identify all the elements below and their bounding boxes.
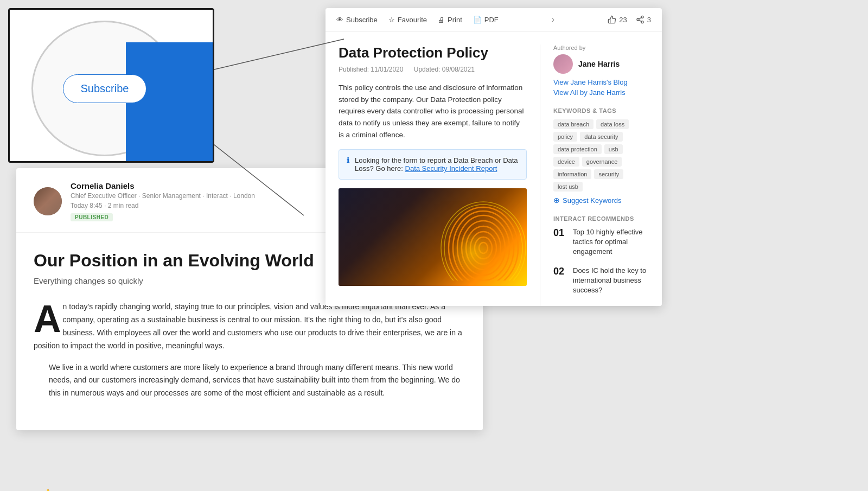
policy-main-content: Data Protection Policy Published: 11/01/… <box>339 44 540 306</box>
recommend-item[interactable]: 01 Top 10 highly effective tactics for o… <box>553 227 649 257</box>
author-name: Cornelia Daniels <box>71 181 356 190</box>
print-toolbar-label: Print <box>448 16 462 24</box>
policy-description: This policy controls the use and disclos… <box>339 82 527 141</box>
blog-body-first-para: A n today's rapidly changing world, stay… <box>16 301 483 352</box>
zoom-subscribe-button[interactable]: Subscribe <box>63 74 147 103</box>
author-sidebar-links: View Jane Harris's Blog View All by Jane… <box>553 78 649 97</box>
author-info: Cornelia Daniels Chief Executive Officer… <box>71 181 356 221</box>
tag-item[interactable]: information <box>553 169 591 179</box>
sidebar-icons: 👍 23 💬 15 3 <box>41 488 65 491</box>
pdf-icon: 📄 <box>473 16 482 24</box>
policy-image <box>339 188 527 286</box>
policy-title: Data Protection Policy <box>339 44 527 61</box>
like-icon: 👍 <box>41 488 53 491</box>
rec-text: Top 10 highly effective tactics for opti… <box>573 227 649 257</box>
policy-like-group[interactable]: 23 <box>608 15 627 24</box>
subscribe-toolbar-label: Subscribe <box>346 16 378 24</box>
recommend-item[interactable]: 02 Does IC hold the key to international… <box>553 266 649 296</box>
blue-rectangle <box>126 42 213 162</box>
tag-item[interactable]: governance <box>582 157 622 167</box>
suggest-label: Suggest Keywords <box>563 196 621 205</box>
rec-number: 01 <box>553 227 566 239</box>
tag-item[interactable]: usb <box>604 144 623 154</box>
updated-date: Updated: 09/08/2021 <box>414 66 475 73</box>
svg-point-8 <box>637 18 639 21</box>
published-badge: PUBLISHED <box>71 213 113 221</box>
rec-text: Does IC hold the key to international bu… <box>573 266 649 296</box>
info-box-text: Looking for the form to report a Data Br… <box>355 156 519 173</box>
tag-item[interactable]: data breach <box>553 119 593 129</box>
info-icon: ℹ <box>347 156 349 164</box>
subscribe-toolbar-item[interactable]: 👁 Subscribe <box>336 16 378 24</box>
pdf-toolbar-label: PDF <box>484 16 499 24</box>
view-blog-link[interactable]: View Jane Harris's Blog <box>553 78 649 86</box>
like-action[interactable]: 👍 23 <box>41 488 65 491</box>
pdf-toolbar-item[interactable]: 📄 PDF <box>473 16 499 24</box>
svg-point-9 <box>641 21 643 23</box>
fingerprint-overlay <box>339 188 527 286</box>
tag-item[interactable]: lost usb <box>553 182 583 192</box>
tag-item[interactable]: device <box>553 157 579 167</box>
policy-toolbar: 👁 Subscribe ☆ Favourite 🖨 Print 📄 PDF › … <box>326 8 662 31</box>
svg-point-7 <box>641 16 643 18</box>
author-sidebar-name: Jane Harris <box>578 60 620 68</box>
plus-circle-icon: ⊕ <box>553 196 560 205</box>
print-icon: 🖨 <box>438 16 445 24</box>
recommends-section: INTERACT RECOMMENDS 01 Top 10 highly eff… <box>553 215 649 295</box>
data-security-link[interactable]: Data Security Incident Report <box>405 164 497 173</box>
tag-item[interactable]: policy <box>553 132 577 142</box>
star-icon: ☆ <box>388 16 395 24</box>
print-toolbar-item[interactable]: 🖨 Print <box>438 16 462 24</box>
author-avatar <box>34 187 62 215</box>
policy-sidebar: Authored by Jane Harris View Jane Harris… <box>540 44 649 306</box>
policy-dates: Published: 11/01/2020 Updated: 09/08/202… <box>339 66 527 73</box>
favourite-toolbar-item[interactable]: ☆ Favourite <box>388 16 427 24</box>
authored-by-label: Authored by <box>553 44 649 51</box>
author-sidebar-info: Jane Harris <box>578 60 620 68</box>
author-meta: Chief Executive Officer · Senior Managem… <box>71 192 356 200</box>
view-all-link[interactable]: View All by Jane Harris <box>553 88 649 97</box>
authored-content: Jane Harris <box>553 54 649 74</box>
keywords-section: KEYWORDS & TAGS data breachdata losspoli… <box>553 107 649 205</box>
policy-card: 👁 Subscribe ☆ Favourite 🖨 Print 📄 PDF › … <box>326 8 662 306</box>
svg-line-11 <box>639 17 641 19</box>
policy-body: Data Protection Policy Published: 11/01/… <box>326 31 662 306</box>
author-sidebar-avatar <box>553 54 573 74</box>
published-date: Published: 11/01/2020 <box>339 66 403 73</box>
toolbar-right: 23 3 <box>608 15 651 24</box>
favourite-toolbar-label: Favourite <box>398 16 427 24</box>
recommends-container: 01 Top 10 highly effective tactics for o… <box>553 227 649 295</box>
svg-line-10 <box>639 20 641 22</box>
thumbsup-icon <box>608 15 616 24</box>
info-box: ℹ Looking for the form to report a Data … <box>339 149 527 180</box>
keywords-label: KEYWORDS & TAGS <box>553 107 649 114</box>
policy-share-group[interactable]: 3 <box>636 15 651 24</box>
policy-like-count: 23 <box>619 16 627 24</box>
tag-item[interactable]: data security <box>580 132 622 142</box>
toolbar-chevron-icon[interactable]: › <box>552 15 554 24</box>
authored-by-section: Authored by Jane Harris View Jane Harris… <box>553 44 649 97</box>
first-paragraph: n today's rapidly changing world, stayin… <box>34 302 462 349</box>
tag-item[interactable]: data protection <box>553 144 602 154</box>
tag-item[interactable]: security <box>594 169 623 179</box>
second-paragraph: We live in a world where customers are m… <box>16 361 483 400</box>
rec-number: 02 <box>553 266 566 277</box>
recommends-label: INTERACT RECOMMENDS <box>553 215 649 222</box>
tag-item[interactable]: data loss <box>596 119 629 129</box>
author-time: Today 8:45 · 2 min read <box>71 202 356 209</box>
tags-container: data breachdata losspolicydata securityd… <box>553 119 649 192</box>
suggest-keywords-link[interactable]: ⊕ Suggest Keywords <box>553 196 649 205</box>
subscribe-toolbar-icon: 👁 <box>336 16 343 24</box>
share-icon-policy <box>636 15 644 24</box>
drop-cap: A <box>34 304 61 334</box>
zoom-inset: Subscribe <box>8 8 214 163</box>
policy-share-count: 3 <box>647 16 651 24</box>
